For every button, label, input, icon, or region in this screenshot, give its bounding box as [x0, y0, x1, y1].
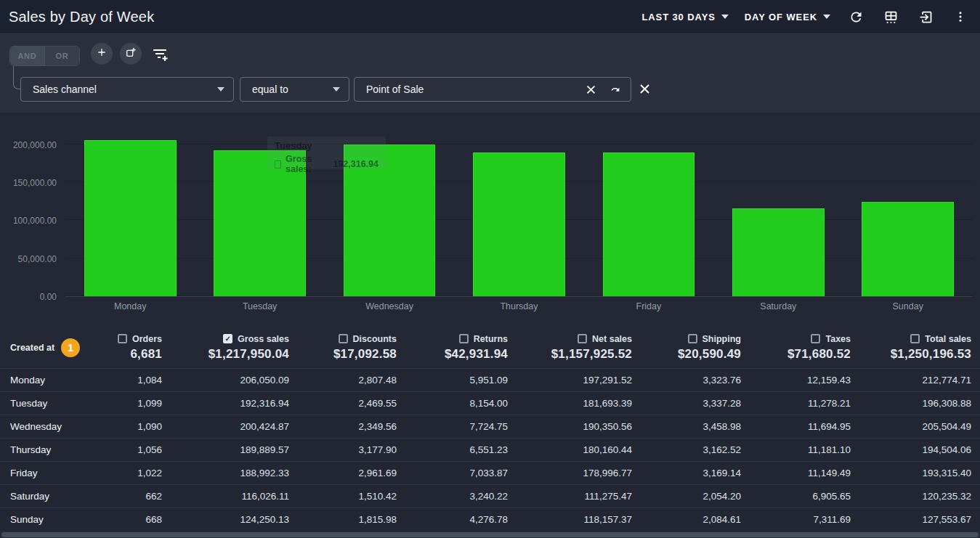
table-cell: 12,159.43 [750, 375, 859, 386]
column-total: $71,680.52 [750, 347, 851, 362]
bar-wednesday[interactable] [344, 144, 436, 296]
bar-slot [65, 113, 195, 296]
export-icon [918, 9, 934, 25]
x-axis-label: Friday [584, 301, 713, 311]
column-label: Net sales [592, 334, 632, 344]
column-checkbox[interactable]: ✓ [223, 334, 232, 343]
y-axis-tick-label: 200,000.00 [0, 140, 57, 150]
table-cell: 4,276.78 [405, 514, 517, 525]
filter-operator-select[interactable]: equal to [240, 77, 349, 102]
table-cell: 124,250.13 [171, 514, 298, 525]
column-total: $17,092.58 [298, 347, 397, 362]
and-toggle-button[interactable]: AND [10, 46, 45, 65]
column-total: $1,217,950.04 [171, 347, 289, 362]
table-cell: 3,169.14 [641, 468, 750, 478]
bar-tuesday[interactable] [214, 150, 306, 296]
table-cell: 111,275.47 [517, 491, 641, 502]
y-axis-tick-label: 50,000.00 [0, 254, 57, 264]
table-cell: 662 [102, 491, 171, 502]
table-cell: 11,694.95 [750, 421, 859, 432]
clear-value-button[interactable] [585, 83, 597, 96]
y-axis-tick-label: 100,000.00 [0, 216, 57, 226]
row-day-label: Wednesday [0, 421, 102, 432]
table-cell: 178,996.77 [517, 468, 641, 478]
table-cell: 1,084 [102, 375, 171, 386]
table-cell: 2,054.20 [641, 491, 750, 502]
group-by-label: DAY OF WEEK [745, 12, 817, 23]
table-cell: 200,424.87 [171, 421, 298, 432]
table-row: Thursday1,056189,889.573,177.906,551.231… [0, 438, 980, 461]
table-row: Wednesday1,090200,424.872,349.567,724.75… [0, 415, 980, 438]
column-checkbox[interactable] [811, 334, 820, 343]
table-cell: 1,022 [102, 468, 171, 478]
table-cell: 6,905.65 [750, 491, 859, 502]
group-by-dropdown[interactable]: DAY OF WEEK [745, 12, 830, 23]
y-axis-tick-label: 0.00 [0, 292, 57, 302]
advanced-filter-button[interactable] [150, 46, 169, 66]
column-label: Total sales [925, 334, 971, 344]
column-label: Taxes [825, 334, 851, 344]
y-axis-tick-label: 150,000.00 [0, 178, 57, 188]
scrollbar-thumb[interactable] [1, 532, 979, 537]
column-header: Orders6,681 [102, 334, 171, 362]
filter-value-input[interactable]: Point of Sale [354, 77, 631, 102]
filter-field-select[interactable]: Sales channel [20, 77, 234, 102]
column-checkbox[interactable] [339, 334, 348, 343]
table-cell: 3,162.52 [641, 444, 750, 455]
bar-friday[interactable] [603, 152, 695, 296]
or-toggle-button[interactable]: OR [45, 46, 79, 65]
row-day-label: Sunday [0, 514, 102, 525]
table-cell: 7,033.87 [405, 468, 517, 478]
table-cell: 127,553.67 [859, 514, 980, 525]
table-cell: 5,951.09 [405, 375, 517, 386]
x-axis-label: Sunday [843, 301, 973, 311]
column-header: Net sales$1,157,925.52 [517, 334, 641, 362]
table-cell: 1,815.98 [298, 514, 405, 525]
bar-sunday[interactable] [862, 202, 954, 296]
bar-slot [325, 113, 454, 296]
bar-saturday[interactable] [732, 208, 825, 296]
kebab-menu-icon [954, 9, 967, 24]
redo-icon[interactable] [607, 83, 622, 96]
column-total: $42,931.94 [405, 347, 508, 362]
table-cell: 11,278.21 [750, 398, 859, 409]
table-cell: 190,350.56 [517, 421, 641, 432]
bar-thursday[interactable] [473, 152, 565, 296]
table-cell: 11,149.49 [750, 468, 859, 478]
table-cell: 2,961.69 [298, 468, 405, 478]
add-filter-group-button[interactable] [120, 43, 142, 65]
chevron-down-icon [333, 87, 340, 91]
table-view-button[interactable] [881, 7, 900, 26]
chart-plot-area: Tuesday Gross sales: 192,316.94 [65, 113, 973, 297]
table-cell: 7,724.75 [405, 421, 517, 432]
filter-count-badge[interactable]: 1 [61, 338, 80, 357]
bar-slot [195, 113, 324, 296]
plus-icon [96, 46, 108, 61]
column-checkbox[interactable] [459, 334, 469, 343]
add-filter-button[interactable] [91, 43, 113, 65]
more-options-button[interactable] [951, 7, 970, 26]
chevron-down-icon [217, 87, 224, 91]
summary-table: Created at 1 Orders6,681✓Gross sales$1,2… [0, 327, 980, 531]
table-cell: 3,240.22 [405, 491, 517, 502]
export-button[interactable] [916, 7, 935, 26]
column-checkbox[interactable] [578, 334, 587, 343]
chart-x-axis: MondayTuesdayWednesdayThursdayFridaySatu… [65, 301, 973, 311]
date-range-dropdown[interactable]: LAST 30 DAYS [641, 12, 728, 23]
column-checkbox[interactable] [688, 334, 697, 343]
refresh-button[interactable] [846, 7, 865, 26]
bar-monday[interactable] [84, 140, 177, 296]
table-cell: 1,056 [102, 444, 171, 455]
column-checkbox[interactable] [910, 334, 920, 343]
table-cell: 7,311.69 [750, 514, 859, 525]
column-label: Shipping [702, 334, 741, 344]
remove-filter-button[interactable] [638, 82, 652, 99]
filter-value-text: Point of Sale [366, 83, 578, 95]
table-row: Sunday668124,250.131,815.984,276.78118,1… [0, 508, 980, 531]
x-axis-label: Thursday [454, 301, 583, 311]
table-cell: 192,316.94 [171, 398, 298, 409]
table-cell: 2,349.56 [298, 421, 405, 432]
table-cell: 6,551.23 [405, 444, 517, 455]
column-checkbox[interactable] [118, 334, 127, 343]
table-cell: 193,315.40 [859, 468, 980, 478]
